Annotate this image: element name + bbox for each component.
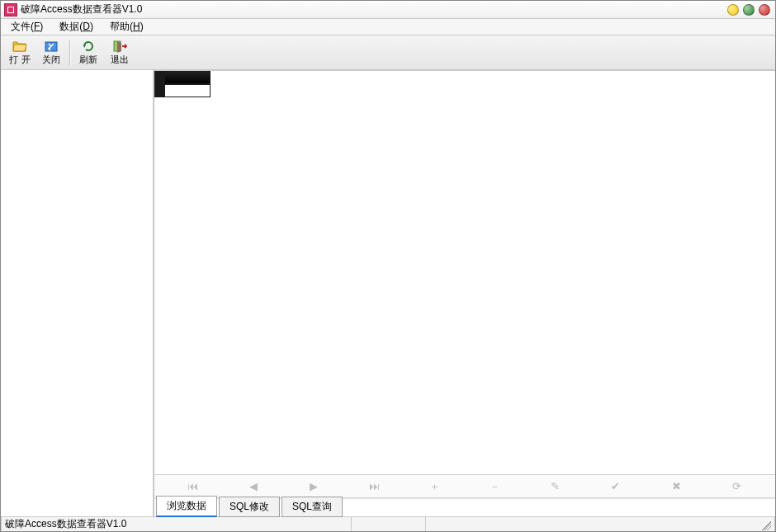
nav-edit-button[interactable]: ✎ [531, 480, 580, 492]
refresh-button[interactable]: 刷新 [73, 38, 104, 68]
record-navigator: ⏮ ◀ ▶ ⏭ ＋ － ✎ ✔ ✖ ⟳ [154, 475, 775, 498]
app-icon [4, 3, 17, 16]
tab-sql-modify[interactable]: SQL修改 [219, 497, 280, 517]
tab-sql-query[interactable]: SQL查询 [282, 497, 343, 517]
menu-file-label: 文件 [11, 21, 31, 32]
open-label: 打 开 [9, 54, 30, 66]
data-grid[interactable] [154, 71, 775, 475]
folder-close-icon [44, 40, 59, 53]
menu-help-label: 帮助 [110, 21, 130, 32]
exit-icon [112, 40, 127, 53]
close-button[interactable]: 关闭 [35, 38, 67, 68]
grid-header-row [154, 71, 775, 84]
title-bar: 破障Access数据查看器V1.0 [1, 1, 775, 19]
nav-refresh-button[interactable]: ⟳ [712, 480, 761, 492]
menu-data-label: 数据 [59, 21, 79, 32]
main-area: ⏮ ◀ ▶ ⏭ ＋ － ✎ ✔ ✖ ⟳ 浏览数据 SQL修改 SQL查询 [1, 70, 775, 516]
grid-cell[interactable] [164, 84, 211, 97]
bottom-tabs: 浏览数据 SQL修改 SQL查询 [154, 498, 775, 516]
menu-file[interactable]: 文件(F) [6, 18, 54, 35]
status-bar: 破障Access数据查看器V1.0 [1, 516, 775, 531]
tree-panel[interactable] [1, 70, 154, 516]
menu-help[interactable]: 帮助(H) [105, 18, 155, 35]
close-window-button[interactable] [759, 4, 770, 16]
grid-corner-cell [154, 71, 164, 84]
menu-data[interactable]: 数据(D) [54, 18, 105, 35]
menu-file-key: F [34, 21, 40, 32]
folder-open-icon [12, 40, 27, 53]
window-title: 破障Access数据查看器V1.0 [21, 2, 727, 16]
status-pane-3 [426, 517, 776, 531]
menu-help-key: H [133, 21, 140, 32]
grid-column-header[interactable] [164, 71, 211, 84]
exit-label: 退出 [111, 54, 129, 66]
nav-post-button[interactable]: ✔ [591, 480, 641, 492]
menu-bar: 文件(F) 数据(D) 帮助(H) [1, 19, 775, 35]
window-controls [727, 4, 772, 16]
toolbar-separator [69, 40, 70, 65]
resize-grip-icon[interactable] [759, 519, 771, 530]
nav-last-button[interactable]: ⏭ [349, 480, 399, 492]
refresh-icon [81, 40, 96, 53]
minimize-button[interactable] [727, 4, 739, 16]
nav-delete-button[interactable]: － [471, 479, 520, 494]
exit-button[interactable]: 退出 [104, 38, 135, 68]
grid-row-indicator [154, 84, 164, 97]
maximize-button[interactable] [743, 4, 755, 16]
content-panel: ⏮ ◀ ▶ ⏭ ＋ － ✎ ✔ ✖ ⟳ 浏览数据 SQL修改 SQL查询 [154, 70, 775, 516]
status-text: 破障Access数据查看器V1.0 [1, 517, 352, 531]
nav-next-button[interactable]: ▶ [289, 480, 338, 492]
nav-add-button[interactable]: ＋ [409, 479, 459, 494]
toolbar: 打 开 关闭 刷新 退出 [1, 35, 775, 70]
nav-cancel-button[interactable]: ✖ [651, 480, 701, 492]
close-label: 关闭 [42, 54, 60, 66]
status-pane-2 [352, 517, 426, 531]
menu-data-key: D [83, 21, 90, 32]
refresh-label: 刷新 [79, 54, 97, 66]
nav-prev-button[interactable]: ◀ [229, 480, 278, 492]
nav-first-button[interactable]: ⏮ [168, 480, 218, 492]
open-button[interactable]: 打 开 [4, 38, 35, 68]
grid-data-row[interactable] [154, 84, 775, 97]
tab-browse-data[interactable]: 浏览数据 [156, 496, 217, 517]
